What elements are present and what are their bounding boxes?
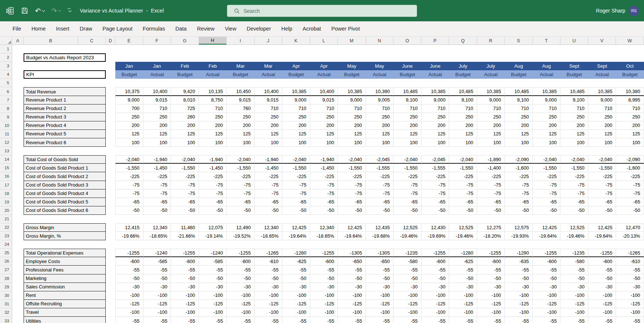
row-label-box[interactable]: Revenue Product 3 xyxy=(24,113,106,121)
value-cell[interactable]: 125 xyxy=(199,130,227,138)
period-header-cell[interactable]: Actual xyxy=(588,70,616,79)
value-cell[interactable]: -19.66% xyxy=(115,232,143,240)
value-cell[interactable]: -635 xyxy=(505,257,533,266)
value-cell[interactable]: 250 xyxy=(616,113,644,121)
row-header[interactable]: 30 xyxy=(0,291,12,300)
value-cell[interactable]: -1255 xyxy=(115,249,143,257)
value-cell[interactable]: 100 xyxy=(505,138,533,147)
column-header-T[interactable]: T xyxy=(533,37,561,45)
value-cell[interactable]: -30 xyxy=(505,283,533,291)
value-cell[interactable]: -125 xyxy=(171,300,199,308)
row-label-box[interactable]: Revenue Product 6 xyxy=(24,138,106,147)
value-cell[interactable]: -2,090 xyxy=(505,155,533,164)
value-cell[interactable]: -1235 xyxy=(560,249,588,257)
value-cell[interactable]: 12,425 xyxy=(282,223,310,232)
value-cell[interactable]: -55 xyxy=(366,266,394,274)
value-cell[interactable]: -75 xyxy=(533,189,561,198)
value-cell[interactable]: -100 xyxy=(199,308,227,317)
value-cell[interactable]: -1,450 xyxy=(310,164,338,172)
value-cell[interactable]: -125 xyxy=(393,300,421,308)
value-cell[interactable]: -1255 xyxy=(227,249,255,257)
value-cell[interactable]: -30 xyxy=(616,283,644,291)
value-cell[interactable]: -50 xyxy=(505,206,533,215)
period-header-cell[interactable]: Actual xyxy=(421,70,449,79)
value-cell[interactable]: -75 xyxy=(393,181,421,189)
value-cell[interactable]: -30 xyxy=(393,283,421,291)
value-cell[interactable]: -125 xyxy=(505,300,533,308)
value-cell[interactable]: -30 xyxy=(449,283,477,291)
value-cell[interactable]: -75 xyxy=(199,181,227,189)
value-cell[interactable]: -55 xyxy=(560,317,588,323)
month-header-cell[interactable]: Feb xyxy=(171,62,199,70)
value-cell[interactable]: -600 xyxy=(171,257,199,266)
value-cell[interactable]: -55 xyxy=(533,266,561,274)
value-cell[interactable]: -75 xyxy=(310,189,338,198)
value-cell[interactable]: -75 xyxy=(255,189,283,198)
value-cell[interactable]: -50 xyxy=(560,206,588,215)
value-cell[interactable]: 200 xyxy=(282,121,310,130)
value-cell[interactable]: -125 xyxy=(533,300,561,308)
value-cell[interactable]: 125 xyxy=(421,130,449,138)
value-cell[interactable]: 250 xyxy=(477,113,505,121)
value-cell[interactable]: -1,450 xyxy=(143,164,171,172)
value-cell[interactable]: 9,100 xyxy=(505,96,533,104)
month-header-cell[interactable]: Jan xyxy=(143,62,171,70)
value-cell[interactable]: 100 xyxy=(366,138,394,147)
value-cell[interactable]: 710 xyxy=(255,104,283,113)
row-header[interactable]: 6 xyxy=(0,87,12,96)
kpi-box[interactable]: KPI xyxy=(24,70,106,79)
value-cell[interactable]: -100 xyxy=(588,308,616,317)
value-cell[interactable]: 10,385 xyxy=(477,87,505,96)
value-cell[interactable]: -30 xyxy=(477,283,505,291)
value-cell[interactable]: -1,550 xyxy=(449,164,477,172)
row-header[interactable]: 27 xyxy=(0,266,12,274)
value-cell[interactable]: -1,555 xyxy=(421,164,449,172)
value-cell[interactable]: -100 xyxy=(449,308,477,317)
value-cell[interactable]: -21.66% xyxy=(171,232,199,240)
value-cell[interactable]: -225 xyxy=(338,172,366,181)
value-cell[interactable]: -125 xyxy=(421,300,449,308)
value-cell[interactable]: -30 xyxy=(533,283,561,291)
value-cell[interactable]: -2,040 xyxy=(338,155,366,164)
value-cell[interactable]: 10,485 xyxy=(449,87,477,96)
value-cell[interactable]: -75 xyxy=(227,181,255,189)
value-cell[interactable]: -100 xyxy=(616,308,644,317)
value-cell[interactable]: -225 xyxy=(115,172,143,181)
value-cell[interactable]: -100 xyxy=(255,291,283,300)
value-cell[interactable]: 9,000 xyxy=(533,96,561,104)
value-cell[interactable]: -100 xyxy=(421,291,449,300)
value-cell[interactable]: 125 xyxy=(588,130,616,138)
value-cell[interactable]: -600 xyxy=(115,257,143,266)
value-cell[interactable]: -1255 xyxy=(477,249,505,257)
row-header[interactable]: 19 xyxy=(0,198,12,206)
row-label-box[interactable]: Total Revenue xyxy=(24,87,106,96)
value-cell[interactable]: -65 xyxy=(115,198,143,206)
value-cell[interactable]: -100 xyxy=(227,308,255,317)
value-cell[interactable]: -125 xyxy=(143,300,171,308)
value-cell[interactable]: -65 xyxy=(255,198,283,206)
menu-tab-data[interactable]: Data xyxy=(170,21,192,36)
value-cell[interactable]: -55 xyxy=(143,317,171,323)
row-header[interactable]: 23 xyxy=(0,232,12,240)
value-cell[interactable]: 125 xyxy=(310,130,338,138)
value-cell[interactable]: -19.52% xyxy=(227,232,255,240)
value-cell[interactable]: -1240 xyxy=(143,249,171,257)
value-cell[interactable]: -55 xyxy=(449,266,477,274)
value-cell[interactable]: -1240 xyxy=(199,249,227,257)
row-label-box[interactable]: Total Cost of Goods Sold xyxy=(24,155,106,164)
value-cell[interactable]: -55 xyxy=(366,317,394,323)
row-header[interactable]: 17 xyxy=(0,181,12,189)
value-cell[interactable]: -50 xyxy=(449,274,477,283)
value-cell[interactable]: 12,435 xyxy=(366,223,394,232)
value-cell[interactable]: -1,400 xyxy=(477,164,505,172)
period-header-cell[interactable]: Budget xyxy=(282,70,310,79)
month-header-cell[interactable]: Mar xyxy=(227,62,255,70)
value-cell[interactable]: -50 xyxy=(282,206,310,215)
row-label-box[interactable]: Revenue Product 2 xyxy=(24,104,106,113)
value-cell[interactable]: -600 xyxy=(227,257,255,266)
row-header[interactable]: 14 xyxy=(0,155,12,164)
row-label-box[interactable]: Revenue Product 4 xyxy=(24,121,106,130)
column-header-K[interactable]: K xyxy=(282,37,310,45)
value-cell[interactable]: -100 xyxy=(199,291,227,300)
value-cell[interactable]: -100 xyxy=(282,308,310,317)
